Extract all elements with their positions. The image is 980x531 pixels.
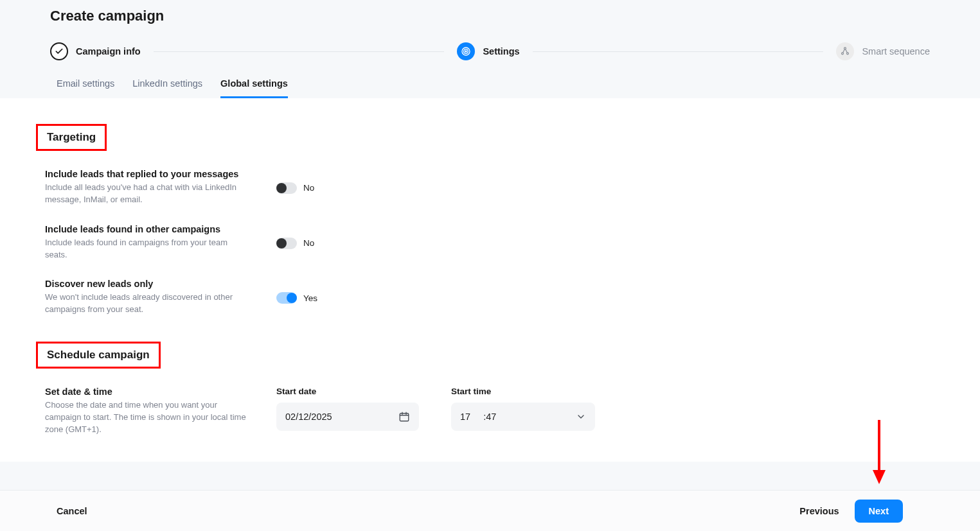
svg-marker-8 [873, 470, 886, 484]
start-time-minute: :47 [483, 412, 496, 422]
annotation-highlight: Targeting [36, 124, 107, 151]
setting-description: Include all leads you've had a chat with… [45, 182, 251, 206]
section-heading-targeting: Targeting [38, 126, 105, 149]
chevron-down-icon [576, 412, 586, 422]
calendar-icon [398, 411, 410, 422]
setting-title: Include leads that replied to your messa… [45, 169, 251, 179]
svg-point-2 [465, 51, 467, 52]
start-date-label: Start date [276, 387, 419, 396]
annotation-highlight: Schedule campaign [36, 342, 161, 369]
toggle-value: No [303, 183, 314, 193]
svg-point-4 [842, 53, 844, 55]
section-heading-schedule: Schedule campaign [38, 344, 159, 367]
setting-title: Discover new leads only [45, 279, 251, 289]
target-icon [457, 42, 475, 60]
toggle-include-other[interactable] [276, 238, 297, 249]
step-label: Campaign info [76, 46, 141, 57]
stepper-line [154, 51, 445, 52]
toggle-value: No [303, 238, 314, 248]
schedule-controls: Set date & time Choose the date and time… [45, 387, 930, 436]
setting-include-other-campaigns: Include leads found in other campaigns I… [45, 224, 930, 261]
tab-global-settings[interactable]: Global settings [220, 78, 288, 98]
tab-linkedin-settings[interactable]: LinkedIn settings [132, 78, 202, 98]
start-date-input[interactable]: 02/12/2025 [276, 403, 419, 431]
setting-include-replied-leads: Include leads that replied to your messa… [45, 169, 930, 206]
step-smart-sequence[interactable]: Smart sequence [836, 42, 930, 60]
step-label: Settings [483, 46, 519, 57]
toggle-discover-new[interactable] [276, 292, 297, 304]
toggle-include-replied[interactable] [276, 182, 297, 194]
stepper-line [533, 51, 824, 52]
setting-description: Choose the date and time when you want y… [45, 399, 251, 436]
start-time-input[interactable]: 17 :47 [451, 403, 595, 431]
start-date-value: 02/12/2025 [285, 412, 332, 422]
setting-description: Include leads found in campaigns from yo… [45, 237, 251, 261]
setting-title: Set date & time [45, 387, 251, 397]
start-time-hour: 17 [460, 412, 470, 422]
next-button[interactable]: Next [855, 500, 903, 523]
svg-point-3 [844, 48, 846, 49]
step-campaign-info[interactable]: Campaign info [50, 42, 141, 60]
settings-tabs: Email settings LinkedIn settings Global … [50, 78, 930, 98]
wizard-stepper: Campaign info Settings Smart sequence [50, 42, 930, 60]
page-title: Create campaign [50, 8, 930, 24]
check-icon [50, 42, 68, 60]
wizard-footer: Cancel Previous Next [0, 490, 980, 531]
previous-button[interactable]: Previous [799, 506, 839, 516]
start-time-label: Start time [451, 387, 595, 396]
step-label: Smart sequence [862, 46, 930, 57]
cancel-button[interactable]: Cancel [57, 506, 87, 516]
tab-email-settings[interactable]: Email settings [57, 78, 114, 98]
step-settings[interactable]: Settings [457, 42, 519, 60]
graph-icon [836, 42, 854, 60]
toggle-value: Yes [303, 293, 317, 303]
setting-description: We won't include leads already discovere… [45, 292, 251, 316]
svg-rect-6 [400, 413, 409, 421]
svg-point-5 [847, 53, 849, 55]
setting-title: Include leads found in other campaigns [45, 224, 251, 234]
setting-discover-new-only: Discover new leads only We won't include… [45, 279, 930, 316]
